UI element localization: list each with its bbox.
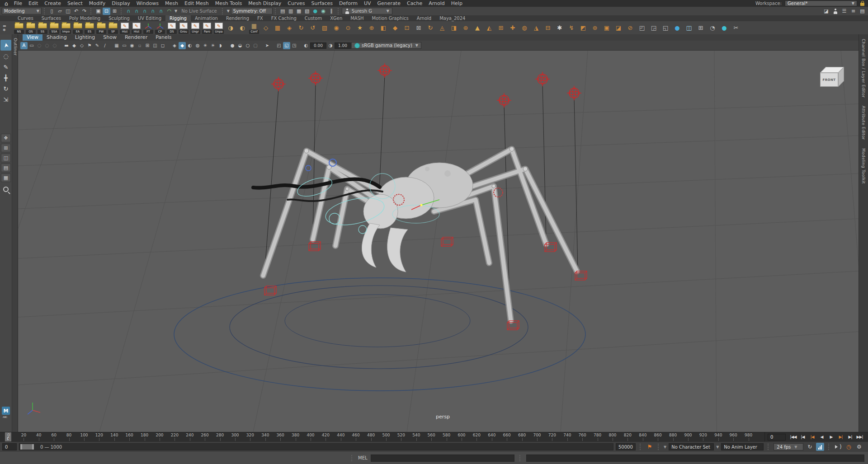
use-all-lights-icon[interactable]: ◍ (194, 42, 201, 49)
viewport-3d[interactable]: persp FRONT (18, 51, 859, 432)
menu-mesh-tools[interactable]: Mesh Tools (212, 0, 245, 7)
frame-all-icon[interactable]: ◫ (151, 42, 159, 49)
shelf-tab-arnold[interactable]: Arnold (413, 15, 435, 21)
character-controls-icon[interactable] (831, 8, 839, 15)
drag-handle[interactable] (768, 444, 769, 450)
shelf-tab-mash[interactable]: MASH (346, 15, 368, 21)
shelf-button[interactable]: ✱ (554, 22, 565, 34)
view-cube[interactable]: FRONT (817, 67, 847, 92)
color-space-dropdown[interactable]: sRGB gamma (legacy)▼ (351, 42, 421, 49)
shelf-button[interactable]: ◬ (437, 22, 448, 34)
anim-layer-dropdown[interactable]: No Anim Layer (721, 443, 764, 450)
shelf-tab-xgen[interactable]: XGen (326, 15, 346, 21)
panel-menu-shading[interactable]: Shading (42, 34, 71, 41)
shelf-button[interactable]: ▲ (472, 22, 483, 34)
snap-grid-icon[interactable]: ∩ (125, 8, 132, 15)
chevron-down-icon[interactable]: ▼ (716, 445, 719, 449)
drag-handle[interactable] (351, 455, 353, 461)
current-frame-field[interactable]: 0 (768, 434, 786, 441)
film-gate-icon[interactable]: ▭ (28, 42, 35, 49)
shelf-button[interactable]: ⊠ (413, 22, 424, 34)
outliner-tab-label[interactable]: Outliner (13, 38, 18, 56)
shelf-button[interactable]: ◧ (378, 22, 389, 34)
shadows-icon[interactable]: ✳ (202, 42, 209, 49)
menu-mesh[interactable]: Mesh (162, 0, 181, 7)
view-cube-front-face[interactable]: FRONT (820, 73, 838, 87)
rotate-tool[interactable]: ↻ (0, 83, 11, 94)
playback-loop-icon[interactable]: ↻ (806, 443, 814, 451)
shelf-tab-rigging[interactable]: Rigging (165, 15, 191, 21)
display-render-icon[interactable]: ▧ (303, 8, 311, 15)
character-set-dropdown[interactable]: No Character Set (669, 443, 714, 450)
shelf-button[interactable]: ◰ (637, 22, 647, 34)
modeling-toolkit-icon[interactable]: ◪ (822, 8, 830, 15)
shelf-tab-fx-caching[interactable]: FX Caching (267, 15, 301, 21)
shelf-button-unpa[interactable]: ✎Unpa (213, 22, 224, 34)
shelf-button[interactable]: ● (719, 22, 730, 34)
shelf-tab-curves[interactable]: Curves (14, 15, 38, 21)
snap-view-plane-icon[interactable]: ∩ (157, 8, 165, 15)
shelf-button[interactable]: ⊙ (343, 22, 354, 34)
shelf-collapse-icon[interactable]: ▬ (3, 24, 6, 28)
shelf-button[interactable]: ◍ (519, 22, 530, 34)
fps-dropdown[interactable]: 24 fps ▼ (774, 443, 803, 450)
camera-bookmark-icon[interactable]: ◌ (43, 42, 51, 49)
shelf-button[interactable]: ▧ (319, 22, 330, 34)
gpu-override-icon[interactable]: ◳ (291, 42, 298, 49)
textured-display-icon[interactable]: ◐ (186, 42, 193, 49)
shelf-tab-poly-modeling[interactable]: Poly Modeling (65, 15, 104, 21)
shelf-button[interactable]: ⊡ (401, 22, 412, 34)
shelf-button[interactable]: ◆ (390, 22, 401, 34)
shelf-tab-sculpting[interactable]: Sculpting (104, 15, 134, 21)
shelf-button[interactable]: ⊞ (495, 22, 506, 34)
animation-end-field[interactable]: 50000 (616, 443, 636, 450)
menu-edit[interactable]: Edit (25, 0, 41, 7)
shelf-button[interactable]: ⊛ (460, 22, 471, 34)
go-to-end-button[interactable]: ▶▶| (855, 432, 864, 441)
xray-active-icon[interactable]: ○ (244, 42, 251, 49)
xray-icon[interactable]: ● (229, 42, 236, 49)
shelf-button[interactable]: ▦ (272, 22, 283, 34)
shelf-button-ea[interactable]: EA (72, 22, 83, 34)
shelf-button[interactable]: ◩ (578, 22, 589, 34)
shelf-tab-animation[interactable]: Animation (191, 15, 222, 21)
menu-modify[interactable]: Modify (86, 0, 108, 7)
panel-menu-renderer[interactable]: Renderer (121, 34, 151, 41)
shelf-button[interactable]: ◐ (237, 22, 248, 34)
shelf-button[interactable]: ⊚ (590, 22, 600, 34)
menu-surfaces[interactable]: Surfaces (308, 0, 336, 7)
move-tool[interactable]: ╋ (0, 72, 11, 83)
snap-point-icon[interactable]: ∩ (141, 8, 149, 15)
motion-blur-icon[interactable]: ◗ (217, 42, 224, 49)
shelf-tab-custom[interactable]: Custom (301, 15, 326, 21)
gamma-icon[interactable]: ◑ (327, 42, 334, 49)
drag-handle[interactable] (519, 455, 521, 461)
shelf-button-conf[interactable]: ▦Conf (249, 22, 259, 34)
save-scene-icon[interactable]: ◫ (64, 8, 72, 15)
shelf-button[interactable]: ◱ (660, 22, 671, 34)
symmetry-dropdown[interactable]: Symmetry: Off (231, 8, 273, 14)
drag-handle[interactable] (222, 8, 224, 14)
ambient-occlusion-icon[interactable]: ☀ (209, 42, 217, 49)
shelf-button[interactable]: ◪ (613, 22, 624, 34)
menu-edit-mesh[interactable]: Edit Mesh (181, 0, 212, 7)
maya-badge[interactable]: M ABC (2, 407, 10, 415)
panel-menu-lighting[interactable]: Lighting (71, 34, 99, 41)
sidebar-tab-attribute-editor[interactable]: Attribute Editor (861, 106, 866, 140)
viewport-scene[interactable]: persp (18, 51, 859, 432)
ground-control-rings[interactable] (174, 278, 585, 391)
shelf-button-pw[interactable]: PW (96, 22, 107, 34)
auto-keyframe-icon[interactable]: ◷ (844, 443, 853, 451)
layout-two-pane-button[interactable]: ◫ (1, 154, 11, 162)
shelf-tab-rendering[interactable]: Rendering (222, 15, 253, 21)
drag-handle[interactable] (44, 8, 46, 14)
chevron-down-icon[interactable]: ▼ (227, 9, 230, 13)
panel-menu-panels[interactable]: Panels (151, 34, 175, 41)
wireframe-display-icon[interactable]: ◈ (171, 42, 178, 49)
shelf-button-ungr[interactable]: ✎Ungr (190, 22, 201, 34)
layout-split-pane-button[interactable]: ▦ (1, 173, 11, 182)
scale-tool[interactable]: ⇲ (0, 94, 11, 105)
camera-lock-icon[interactable]: ◌ (36, 42, 43, 49)
image-plane-icon[interactable]: ◌ (51, 42, 58, 49)
bookmark-icon[interactable]: ⚑ (646, 443, 654, 451)
